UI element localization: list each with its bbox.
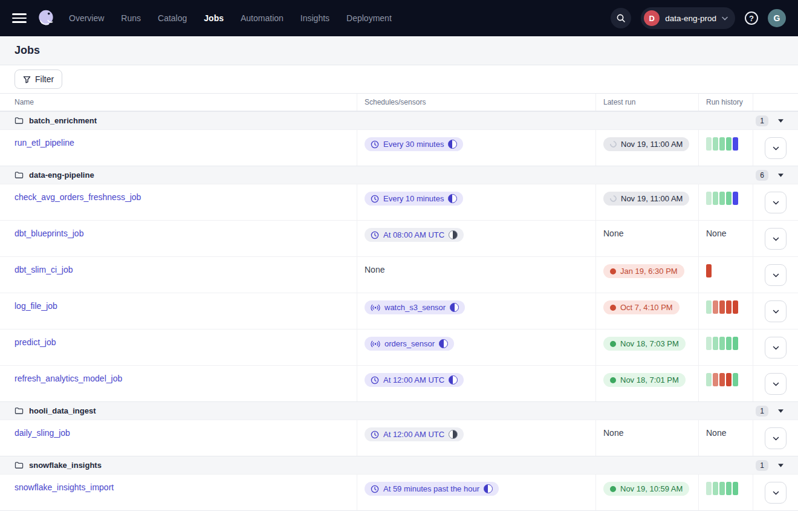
group-row-header[interactable]: snowflake_insights [15, 461, 102, 470]
group-collapse-button[interactable] [777, 118, 785, 124]
job-actions-expand-button[interactable] [765, 427, 787, 449]
toggle-on-icon[interactable] [448, 140, 457, 149]
toggle-on-icon[interactable] [450, 303, 459, 312]
toggle-on-icon[interactable] [449, 375, 458, 384]
run-history-bar[interactable] [706, 482, 712, 495]
run-history-bar[interactable] [733, 137, 738, 151]
latest-run-pill[interactable]: Oct 7, 4:10 PM [603, 300, 680, 314]
latest-run-none-label: None [603, 229, 623, 238]
hamburger-icon[interactable] [12, 13, 27, 23]
group-row-header[interactable]: hooli_data_ingest [15, 406, 96, 415]
sensor-badge[interactable]: watch_s3_sensor [365, 300, 465, 314]
job-actions-expand-button[interactable] [765, 264, 787, 286]
job-name-cell: dbt_slim_ci_job [0, 257, 357, 293]
run-history-bar[interactable] [726, 192, 731, 205]
job-actions-expand-button[interactable] [765, 228, 787, 250]
run-history-bar[interactable] [713, 373, 718, 386]
run-history-bar[interactable] [719, 337, 725, 350]
job-link[interactable]: dbt_slim_ci_job [15, 265, 73, 274]
latest-run-pill[interactable]: Nov 18, 7:03 PM [603, 337, 686, 351]
nav-item-runs[interactable]: Runs [121, 13, 141, 23]
toggle-off-icon[interactable] [449, 430, 458, 439]
run-history-bar[interactable] [726, 137, 731, 151]
job-link[interactable]: check_avg_orders_freshness_job [15, 192, 141, 202]
latest-run-pill[interactable]: Nov 19, 10:59 AM [603, 482, 689, 496]
run-history-bar[interactable] [726, 373, 731, 386]
job-link[interactable]: snowflake_insights_import [15, 482, 114, 492]
group-collapse-button[interactable] [777, 172, 785, 178]
job-actions-expand-button[interactable] [765, 337, 787, 358]
run-history-bar[interactable] [706, 192, 712, 205]
schedule-badge[interactable]: At 08:00 AM UTC [365, 228, 464, 242]
run-history-bar[interactable] [706, 300, 712, 314]
job-link[interactable]: log_file_job [15, 301, 57, 311]
run-history-bar[interactable] [733, 192, 738, 205]
nav-item-automation[interactable]: Automation [241, 13, 284, 23]
nav-item-insights[interactable]: Insights [300, 13, 329, 23]
job-actions-expand-button[interactable] [765, 137, 787, 159]
schedule-badge[interactable]: At 59 minutes past the hour [365, 482, 499, 496]
toggle-on-icon[interactable] [484, 484, 493, 493]
run-history-bar[interactable] [726, 300, 731, 314]
schedules-cell: At 12:00 AM UTC [357, 366, 595, 401]
job-link[interactable]: dbt_blueprints_job [15, 229, 83, 238]
run-history-bar[interactable] [713, 337, 718, 350]
job-actions-expand-button[interactable] [765, 192, 787, 213]
toggle-off-icon[interactable] [449, 230, 458, 239]
group-collapse-button[interactable] [777, 462, 785, 469]
run-history-bar[interactable] [733, 373, 738, 386]
group-row-header[interactable]: data-eng-pipeline [15, 170, 94, 180]
schedule-badge[interactable]: At 12:00 AM UTC [365, 427, 464, 441]
schedule-badge[interactable]: Every 30 minutes [365, 137, 463, 151]
run-history-bar[interactable] [706, 337, 712, 350]
schedule-label: Every 30 minutes [383, 140, 444, 149]
nav-item-catalog[interactable]: Catalog [158, 13, 187, 23]
run-history-bar[interactable] [726, 337, 731, 350]
run-history-bar[interactable] [733, 337, 738, 350]
filter-button[interactable]: Filter [15, 70, 62, 89]
schedule-badge[interactable]: Every 10 minutes [365, 192, 463, 206]
run-history-bar[interactable] [733, 482, 738, 495]
workspace-switcher[interactable]: D data-eng-prod [641, 7, 735, 29]
run-history-bar[interactable] [706, 264, 712, 277]
run-history-bar[interactable] [719, 137, 725, 151]
run-history-bar[interactable] [706, 137, 712, 151]
sensor-badge[interactable]: orders_sensor [365, 337, 454, 351]
latest-run-pill[interactable]: Nov 19, 11:00 AM [603, 137, 689, 151]
run-history-bar[interactable] [719, 373, 725, 386]
job-row: predict_joborders_sensorNov 18, 7:03 PM [0, 329, 798, 365]
job-link[interactable]: daily_sling_job [15, 428, 70, 438]
run-history-bar[interactable] [713, 482, 718, 495]
run-history-bar[interactable] [719, 192, 725, 205]
job-actions-expand-button[interactable] [765, 373, 787, 395]
run-history-bar[interactable] [733, 300, 738, 314]
job-actions-expand-button[interactable] [765, 300, 787, 322]
run-history-bar[interactable] [706, 373, 712, 386]
run-history-bar[interactable] [713, 137, 718, 151]
nav-item-jobs[interactable]: Jobs [204, 13, 224, 23]
help-icon[interactable]: ? [745, 11, 758, 25]
job-link[interactable]: predict_job [15, 337, 56, 347]
nav-item-deployment[interactable]: Deployment [346, 13, 392, 23]
group-row-header[interactable]: batch_enrichment [15, 116, 97, 125]
group-collapse-button[interactable] [777, 408, 785, 414]
schedule-badge[interactable]: At 12:00 AM UTC [365, 373, 464, 387]
dagster-octopus-logo[interactable] [35, 7, 57, 29]
run-history-bar[interactable] [713, 300, 718, 314]
run-history-bar[interactable] [719, 300, 725, 314]
toggle-on-icon[interactable] [448, 194, 457, 203]
latest-run-pill[interactable]: Nov 18, 7:01 PM [603, 373, 686, 387]
job-link[interactable]: refresh_analytics_model_job [15, 374, 122, 383]
latest-run-pill[interactable]: Nov 19, 11:00 AM [603, 192, 689, 206]
sensor-icon [371, 340, 380, 348]
nav-item-overview[interactable]: Overview [69, 13, 104, 23]
toggle-on-icon[interactable] [439, 339, 448, 348]
job-link[interactable]: run_etl_pipeline [15, 138, 74, 148]
run-history-bar[interactable] [713, 192, 718, 205]
avatar[interactable]: G [768, 9, 786, 27]
search-button[interactable] [611, 8, 631, 28]
latest-run-pill[interactable]: Jan 19, 6:30 PM [603, 264, 684, 278]
run-history-bar[interactable] [726, 482, 731, 495]
job-actions-expand-button[interactable] [765, 482, 787, 504]
run-history-bar[interactable] [719, 482, 725, 495]
